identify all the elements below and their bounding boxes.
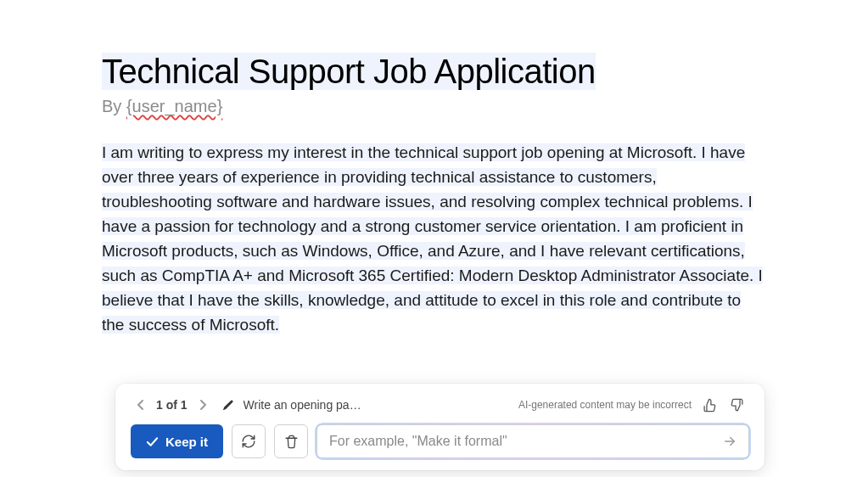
prompt-input[interactable] — [329, 434, 720, 449]
document-title: Technical Support Job Application — [102, 51, 766, 92]
thumbs-up-button[interactable] — [700, 396, 719, 414]
pencil-icon — [221, 398, 235, 412]
trash-icon — [284, 435, 299, 449]
document-byline: By {user_name} — [102, 97, 766, 116]
arrow-right-icon — [722, 434, 737, 449]
document-page: Technical Support Job Application By {us… — [0, 0, 868, 338]
keep-button-label: Keep it — [165, 435, 208, 449]
byline-prefix: By — [102, 97, 126, 115]
suggestion-count: 1 of 1 — [156, 398, 188, 412]
prev-suggestion-button[interactable] — [134, 398, 148, 412]
ai-suggestion-toolbar: 1 of 1 Write an opening pa… AI-generated… — [115, 384, 764, 470]
document-body: I am writing to express my interest in t… — [102, 140, 766, 338]
refresh-icon — [241, 434, 256, 449]
next-suggestion-button[interactable] — [196, 398, 210, 412]
keep-button[interactable]: Keep it — [131, 424, 223, 458]
send-button[interactable] — [720, 431, 740, 452]
regenerate-button[interactable] — [232, 424, 266, 458]
ai-toolbar-top-row: 1 of 1 Write an opening pa… AI-generated… — [131, 396, 749, 424]
check-icon — [146, 435, 159, 448]
prompt-summary: Write an opening pa… — [244, 398, 361, 412]
delete-button[interactable] — [274, 424, 308, 458]
byline-variable: {user_name} — [126, 97, 222, 115]
thumbs-down-button[interactable] — [727, 396, 746, 414]
prompt-input-container[interactable] — [316, 424, 749, 458]
ai-disclaimer: AI-generated content may be incorrect — [518, 399, 692, 411]
ai-toolbar-bottom-row: Keep it — [131, 424, 749, 458]
